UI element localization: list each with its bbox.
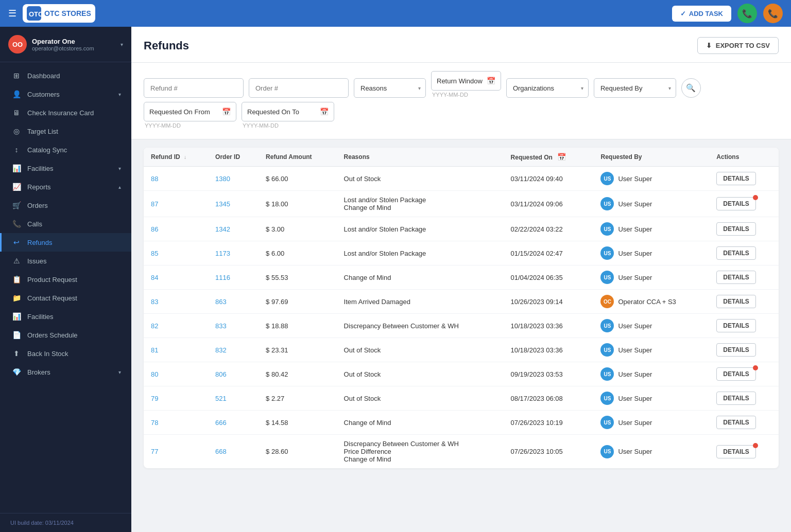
nav-item-left: 📈 Reports	[12, 183, 51, 191]
order-id-link[interactable]: 1342	[215, 225, 230, 233]
user-name: User Super	[618, 322, 652, 330]
details-button[interactable]: DETAILS	[716, 319, 755, 332]
cell-actions: DETAILS	[709, 362, 779, 386]
order-id-link[interactable]: 863	[215, 298, 227, 306]
cell-reasons: Change of Mind	[337, 265, 504, 290]
details-button[interactable]: DETAILS	[716, 367, 755, 381]
order-id-link[interactable]: 1345	[215, 200, 230, 208]
add-task-button[interactable]: ✓ ADD TASK	[672, 6, 731, 22]
user-badge: US User Super	[600, 246, 652, 260]
hamburger-icon[interactable]: ☰	[8, 8, 16, 19]
refund-number-input[interactable]	[144, 78, 244, 98]
cell-requested-on: 03/11/2024 09:06	[504, 191, 594, 217]
refund-id-link[interactable]: 80	[151, 370, 158, 378]
sidebar-item-back-in-stock[interactable]: ⬆ Back In Stock	[0, 344, 131, 363]
table-row: 81 832 $ 23.31 Out of Stock 10/18/2023 0…	[144, 338, 779, 362]
refund-id-link[interactable]: 81	[151, 346, 158, 354]
details-button[interactable]: DETAILS	[716, 197, 755, 210]
sidebar-item-calls[interactable]: 📞 Calls	[0, 215, 131, 233]
sidebar-item-product-request[interactable]: 📋 Product Request	[0, 270, 131, 289]
sidebar-item-catalog-sync[interactable]: ↕ Catalog Sync	[0, 140, 131, 159]
refund-id-link[interactable]: 77	[151, 448, 158, 455]
refund-id-link[interactable]: 87	[151, 200, 158, 208]
refund-id-link[interactable]: 83	[151, 298, 158, 306]
calendar-icon[interactable]: 📅	[222, 108, 231, 116]
phone-orange-button[interactable]: 📞	[763, 4, 783, 23]
order-number-input[interactable]	[249, 78, 349, 98]
table-row: 79 521 $ 2.27 Out of Stock 08/17/2023 06…	[144, 386, 779, 411]
calendar-icon[interactable]: 📅	[557, 153, 566, 161]
details-button[interactable]: DETAILS	[716, 222, 755, 236]
cell-requested-by: US User Super	[593, 167, 709, 191]
cell-order-id: 1116	[208, 265, 259, 290]
sidebar-item-refunds[interactable]: ↩ Refunds	[0, 233, 131, 252]
table-row: 77 668 $ 28.60 Discrepancy Between Custo…	[144, 435, 779, 469]
export-icon: ⬇	[706, 42, 712, 49]
order-id-link[interactable]: 1380	[215, 175, 230, 183]
sidebar-item-dashboard[interactable]: ⊞ Dashboard	[0, 66, 131, 85]
details-button[interactable]: DETAILS	[716, 416, 755, 429]
search-button[interactable]: 🔍	[681, 78, 701, 98]
refund-id-link[interactable]: 79	[151, 395, 158, 402]
cell-requested-by: US User Super	[593, 191, 709, 217]
phone-green-button[interactable]: 📞	[737, 4, 757, 23]
cell-refund-amount: $ 14.58	[259, 411, 337, 435]
refund-id-link[interactable]: 86	[151, 225, 158, 233]
sidebar-item-label: Customers	[27, 91, 60, 98]
reasons-select[interactable]: Reasons	[354, 78, 426, 98]
order-id-link[interactable]: 833	[215, 322, 227, 330]
order-id-link[interactable]: 668	[215, 448, 227, 455]
sidebar-item-contact-request[interactable]: 📁 Contact Request	[0, 289, 131, 307]
sidebar-user[interactable]: OO Operator One operator@otcstores.com ▾	[0, 27, 131, 62]
sidebar-item-check-insurance[interactable]: 🖥 Check Insurance Card	[0, 103, 131, 122]
sidebar-item-reports[interactable]: 📈 Reports ▴	[0, 178, 131, 196]
details-button[interactable]: DETAILS	[716, 445, 755, 458]
sidebar-item-orders[interactable]: 🛒 Orders	[0, 196, 131, 215]
user-badge: US User Super	[600, 343, 652, 357]
cell-refund-amount: $ 2.27	[259, 386, 337, 411]
refund-id-link[interactable]: 82	[151, 322, 158, 330]
notification-dot	[753, 195, 758, 200]
calendar-icon[interactable]: 📅	[320, 108, 329, 116]
sidebar-item-facilities2[interactable]: 📊 Facilities	[0, 307, 131, 326]
sidebar-item-brokers[interactable]: 💎 Brokers ▾	[0, 363, 131, 381]
sidebar-item-label: Brokers	[27, 368, 50, 376]
page-title: Refunds	[144, 39, 189, 52]
order-id-link[interactable]: 666	[215, 419, 227, 427]
details-button[interactable]: DETAILS	[716, 392, 755, 405]
sidebar-item-orders-schedule[interactable]: 📄 Orders Schedule	[0, 326, 131, 344]
customers-icon: 👤	[12, 90, 21, 98]
sidebar-item-target-list[interactable]: ◎ Target List	[0, 122, 131, 140]
export-csv-button[interactable]: ⬇ EXPORT TO CSV	[697, 37, 779, 54]
details-button[interactable]: DETAILS	[716, 172, 755, 185]
avatar: OO	[8, 35, 27, 54]
calendar-icon[interactable]: 📅	[487, 77, 495, 85]
order-id-link[interactable]: 1173	[215, 250, 230, 257]
sidebar-item-issues[interactable]: ⚠ Issues	[0, 252, 131, 270]
order-id-link[interactable]: 521	[215, 395, 227, 402]
order-id-link[interactable]: 832	[215, 346, 227, 354]
refund-id-link[interactable]: 78	[151, 419, 158, 427]
details-button[interactable]: DETAILS	[716, 295, 755, 308]
refund-id-link[interactable]: 88	[151, 175, 158, 183]
cell-refund-id: 83	[144, 290, 208, 314]
sidebar-item-facilities[interactable]: 📊 Facilities ▾	[0, 159, 131, 178]
sort-icon[interactable]: ↓	[184, 154, 186, 160]
organizations-select[interactable]: Organizations	[506, 78, 589, 98]
reasons-text: Lost and/or Stolen PackageChange of Mind	[344, 196, 426, 211]
details-button[interactable]: DETAILS	[716, 343, 755, 357]
cell-reasons: Discrepancy Between Customer & WHPrice D…	[337, 435, 504, 469]
filter-row-1: Reasons ▾ Return Window 📅 YYYY-MM-DD Org…	[144, 71, 779, 98]
table-row: 83 863 $ 97.69 Item Arrived Damaged 10/2…	[144, 290, 779, 314]
order-id-link[interactable]: 806	[215, 370, 227, 378]
user-name: User Super	[618, 225, 652, 233]
refund-id-link[interactable]: 84	[151, 274, 158, 281]
cell-refund-amount: $ 3.00	[259, 217, 337, 241]
details-button[interactable]: DETAILS	[716, 246, 755, 260]
refund-id-link[interactable]: 85	[151, 250, 158, 257]
cell-order-id: 668	[208, 435, 259, 469]
requested-by-select[interactable]: Requested By	[594, 78, 676, 98]
sidebar-item-customers[interactable]: 👤 Customers ▾	[0, 85, 131, 103]
details-button[interactable]: DETAILS	[716, 271, 755, 284]
order-id-link[interactable]: 1116	[215, 274, 230, 281]
